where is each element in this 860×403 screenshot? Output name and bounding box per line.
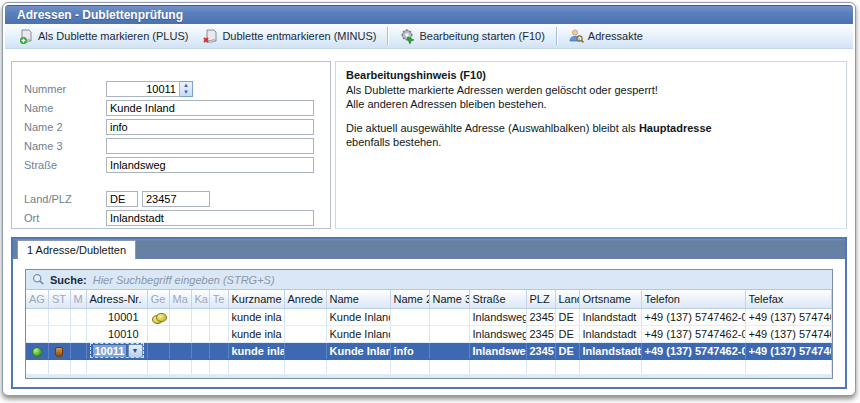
- name3-label: Name 3: [24, 140, 106, 152]
- person-magnifier-icon: [568, 28, 584, 44]
- name-field-row: Name: [24, 99, 314, 116]
- cell-ka: [191, 308, 209, 325]
- start-editing-button[interactable]: Bearbeitung starten (F10): [392, 26, 551, 47]
- name2-input[interactable]: [106, 119, 314, 135]
- cell-adressnr: 10001: [86, 308, 147, 325]
- cell-m: [70, 342, 86, 359]
- cell-st: [48, 308, 70, 325]
- cell-ortsname: Inlandstadt: [579, 342, 641, 359]
- cell-telefax: +49 (137) 5747462-99: [745, 308, 832, 325]
- name3-input[interactable]: [106, 138, 314, 154]
- nummer-label: Nummer: [24, 83, 106, 95]
- column-header-land[interactable]: Land: [555, 290, 579, 308]
- name-input[interactable]: [106, 100, 314, 116]
- column-header-telefax[interactable]: Telefax: [745, 290, 832, 308]
- unmark-duplicate-button[interactable]: Dublette entmarkieren (MINUS): [195, 26, 383, 47]
- empty-row: [26, 359, 832, 374]
- hint-line-4: ebenfalls bestehen.: [346, 135, 836, 149]
- document-minus-icon: [202, 28, 218, 44]
- nummer-spinner[interactable]: ▲ ▼: [180, 81, 193, 97]
- address-form-panel: Nummer ▲ ▼ Name Name 2 Name 3 Straße Lan…: [11, 61, 331, 229]
- cell-plz: 23457: [526, 308, 555, 325]
- column-header-name[interactable]: Name: [326, 290, 390, 308]
- cell-name3: [429, 308, 469, 325]
- column-header-m[interactable]: M: [70, 290, 86, 308]
- column-header-adressnr[interactable]: Adress-Nr.: [86, 290, 147, 308]
- cell-name: Kunde Inland: [326, 308, 390, 325]
- cell-st: [48, 325, 70, 342]
- nummer-field-row: Nummer ▲ ▼: [24, 80, 314, 97]
- chevron-down-icon[interactable]: ▼: [128, 344, 143, 358]
- plz-input[interactable]: [142, 191, 210, 207]
- tab-strip: 1 Adresse/Dubletten: [13, 239, 845, 259]
- spinner-down-icon[interactable]: ▼: [180, 89, 192, 96]
- cell-te: [209, 308, 228, 325]
- cell-ge: [147, 342, 169, 359]
- cell-telefon: +49 (137) 5747462-00: [641, 342, 745, 359]
- cell-kurzname: kunde inla: [228, 325, 284, 342]
- hint-bold-word: Hauptadresse: [639, 122, 712, 134]
- column-header-ge[interactable]: Ge: [147, 290, 169, 308]
- column-header-name3[interactable]: Name 3: [429, 290, 469, 308]
- page-title: Adressen - Dublettenprüfung: [5, 6, 853, 24]
- table-header-row: AGSTMAdress-Nr.GeMaKaTeKurznameAnredeNam…: [26, 290, 832, 308]
- column-header-kurzname[interactable]: Kurzname: [228, 290, 284, 308]
- land-plz-field-row: Land/PLZ: [24, 190, 314, 207]
- table-row[interactable]: 10010kunde inlaKunde InlandInlandsweg234…: [26, 325, 832, 342]
- cell-plz: 23457: [526, 342, 555, 359]
- cell-anrede: [284, 342, 326, 359]
- nummer-input[interactable]: [106, 81, 180, 97]
- column-header-strasse[interactable]: Straße: [469, 290, 526, 308]
- cell-kurzname: kunde inla: [228, 342, 284, 359]
- column-header-telefon[interactable]: Telefon: [641, 290, 745, 308]
- column-header-anrede[interactable]: Anrede: [284, 290, 326, 308]
- status-pin-icon: [55, 347, 63, 357]
- search-icon: [32, 273, 45, 286]
- ort-input[interactable]: [106, 210, 314, 226]
- cell-m: [70, 308, 86, 325]
- cell-name: Kunde Inland: [326, 342, 390, 359]
- cell-strasse: Inlandsweg: [469, 308, 526, 325]
- column-header-ma[interactable]: Ma: [169, 290, 191, 308]
- strasse-label: Straße: [24, 159, 106, 171]
- address-grid: Suche: Hier Suchbegriff eingeben (STRG+S…: [25, 269, 833, 379]
- column-header-st[interactable]: ST: [48, 290, 70, 308]
- cell-ma: [169, 342, 191, 359]
- tab-adresse-dubletten[interactable]: 1 Adresse/Dubletten: [17, 240, 136, 259]
- land-input[interactable]: [106, 191, 138, 207]
- table-row[interactable]: 10001kunde inlaKunde InlandInlandsweg234…: [26, 308, 832, 325]
- ort-field-row: Ort: [24, 209, 314, 226]
- mark-duplicate-button[interactable]: Als Dublette markieren (PLUS): [11, 26, 195, 47]
- adressnr-editor-value[interactable]: 10011: [93, 345, 127, 357]
- cell-ge: [147, 308, 169, 325]
- name3-field-row: Name 3: [24, 137, 314, 154]
- start-editing-label: Bearbeitung starten (F10): [419, 30, 544, 42]
- column-header-te[interactable]: Te: [209, 290, 228, 308]
- cell-te: [209, 342, 228, 359]
- cell-ka: [191, 342, 209, 359]
- cell-m: [70, 325, 86, 342]
- column-header-ka[interactable]: Ka: [191, 290, 209, 308]
- cell-land: DE: [555, 308, 579, 325]
- column-header-plz[interactable]: PLZ: [526, 290, 555, 308]
- cell-adressnr: 10010: [86, 325, 147, 342]
- empty-row: [26, 374, 832, 379]
- cell-ge: [147, 325, 169, 342]
- address-file-button[interactable]: Adressakte: [561, 26, 650, 47]
- spinner-up-icon[interactable]: ▲: [180, 82, 192, 89]
- cell-te: [209, 325, 228, 342]
- document-plus-icon: [18, 28, 34, 44]
- table-row[interactable]: 10011▼kunde inlaKunde InlandinfoInlandsw…: [26, 342, 832, 359]
- column-header-ortsname[interactable]: Ortsname: [579, 290, 641, 308]
- search-label: Suche:: [50, 274, 87, 286]
- column-header-ag[interactable]: AG: [26, 290, 48, 308]
- column-header-name2[interactable]: Name 2: [390, 290, 429, 308]
- hint-line-3: Die aktuell ausgewählte Adresse (Auswahl…: [346, 121, 836, 135]
- cell-ma: [169, 325, 191, 342]
- cell-telefon: +49 (137) 5747462-00: [641, 325, 745, 342]
- toolbar-separator: [387, 27, 388, 45]
- address-file-label: Adressakte: [588, 30, 643, 42]
- cell-adressnr: 10011▼: [86, 342, 147, 359]
- strasse-input[interactable]: [106, 157, 314, 173]
- search-bar[interactable]: Suche: Hier Suchbegriff eingeben (STRG+S…: [26, 270, 832, 290]
